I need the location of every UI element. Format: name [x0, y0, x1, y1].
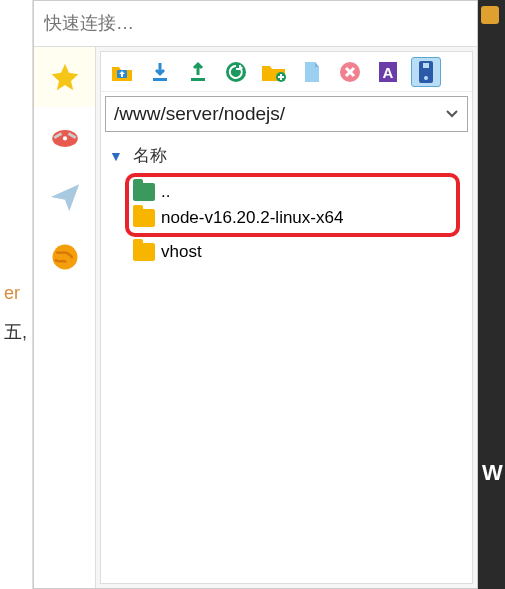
paper-plane-icon: [48, 180, 82, 214]
svg-point-3: [62, 136, 66, 140]
folder-up-icon: [110, 61, 134, 83]
badge-icon: [481, 6, 499, 24]
download-button[interactable]: [145, 57, 175, 87]
main-panel: A /www/server/nodejs/ ▼ 名称: [33, 0, 478, 589]
left-margin-text: er 五,: [0, 0, 33, 589]
file-name: ..: [161, 182, 170, 202]
file-name: vhost: [161, 242, 202, 262]
quick-connect-input[interactable]: [44, 13, 467, 34]
swiss-knife-icon: [48, 120, 82, 154]
tab-network[interactable]: [34, 227, 95, 287]
svg-text:A: A: [383, 64, 394, 81]
folder-icon: [133, 209, 155, 227]
refresh-button[interactable]: [221, 57, 251, 87]
upload-button[interactable]: [183, 57, 213, 87]
quick-connect-bar: [34, 1, 477, 47]
star-icon: [49, 61, 81, 93]
svg-point-15: [424, 76, 428, 80]
highlight-annotation: .. node-v16.20.2-linux-x64: [125, 173, 460, 237]
text-a-icon: A: [378, 61, 398, 83]
delete-button[interactable]: [335, 57, 365, 87]
tab-favorites[interactable]: [34, 47, 95, 107]
list-item[interactable]: node-v16.20.2-linux-x64: [133, 205, 452, 231]
path-bar[interactable]: /www/server/nodejs/: [105, 96, 468, 132]
upload-icon: [188, 61, 208, 83]
tab-tools[interactable]: [34, 107, 95, 167]
rename-button[interactable]: A: [373, 57, 403, 87]
file-list: ▼ 名称 .. node-v16.20.2-linux-x64: [101, 136, 472, 583]
svg-rect-14: [423, 63, 429, 68]
file-toolbar: A: [101, 52, 472, 92]
disk-icon: [418, 60, 434, 84]
folder-plus-icon: [261, 61, 287, 83]
parent-folder-row[interactable]: ..: [133, 179, 452, 205]
svg-rect-6: [153, 78, 167, 81]
w-label: W: [482, 460, 503, 486]
globe-icon: [50, 242, 80, 272]
properties-button[interactable]: [411, 57, 441, 87]
close-icon: [338, 60, 362, 84]
refresh-icon: [224, 60, 248, 84]
list-item[interactable]: vhost: [125, 239, 464, 265]
side-tabs: [34, 47, 96, 588]
svg-point-4: [52, 245, 77, 270]
svg-rect-7: [191, 78, 205, 81]
folder-icon: [133, 183, 155, 201]
column-name-header: 名称: [129, 144, 167, 167]
file-icon: [303, 61, 321, 83]
file-browser-panel: A /www/server/nodejs/ ▼ 名称: [100, 51, 473, 584]
new-file-button[interactable]: [297, 57, 327, 87]
folder-icon: [133, 243, 155, 261]
right-dark-panel: W: [478, 0, 505, 589]
up-folder-button[interactable]: [107, 57, 137, 87]
new-folder-button[interactable]: [259, 57, 289, 87]
collapse-icon[interactable]: ▼: [109, 148, 123, 164]
download-icon: [150, 61, 170, 83]
tab-send[interactable]: [34, 167, 95, 227]
current-path: /www/server/nodejs/: [114, 103, 285, 125]
chevron-down-icon[interactable]: [445, 109, 459, 119]
file-name: node-v16.20.2-linux-x64: [161, 208, 343, 228]
column-header-row[interactable]: ▼ 名称: [109, 140, 464, 171]
